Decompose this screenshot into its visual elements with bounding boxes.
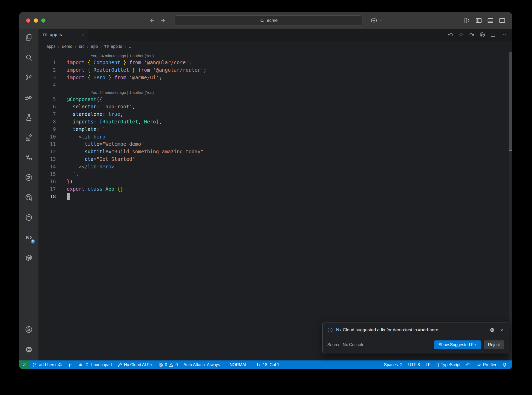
- toggle-primary-sidebar-button[interactable]: [475, 17, 482, 24]
- activity-bar-item-edge-tools[interactable]: [19, 212, 38, 223]
- gitlens-current-commit-button[interactable]: [458, 32, 464, 38]
- toggle-secondary-sidebar-button[interactable]: [499, 17, 506, 24]
- command-center-search[interactable]: acme: [175, 15, 363, 26]
- notification-close-icon[interactable]: [500, 328, 504, 332]
- container-icon: [25, 254, 33, 261]
- gitlens-inspect-icon: [25, 194, 33, 201]
- code-lens[interactable]: You, 24 minutes ago | 1 author (You): [38, 52, 512, 59]
- activity-bar-item-search[interactable]: [19, 51, 38, 63]
- commit-graph-icon: [68, 363, 72, 367]
- layout-controls: [464, 12, 512, 29]
- activity-bar-item-explorer[interactable]: [19, 31, 38, 43]
- overview-ruler-cursor-marker: [509, 150, 512, 151]
- split-editor-button[interactable]: [490, 32, 496, 38]
- status-item-encoding[interactable]: UTF-8: [405, 360, 423, 369]
- status-item-copilot[interactable]: [463, 360, 474, 369]
- breadcrumb: apps›demo›src›app›TSapp.ts›…: [38, 41, 512, 52]
- nx-badge: 3: [30, 239, 35, 244]
- minimize-window-button[interactable]: [34, 18, 38, 23]
- show-suggested-fix-button[interactable]: Show Suggested Fix: [434, 340, 481, 349]
- status-item-git-branch[interactable]: add-hero: [30, 360, 65, 369]
- activity-bar-item-gitlens-inspect[interactable]: [19, 192, 38, 203]
- activity-bar-item-gitlens[interactable]: [19, 172, 38, 183]
- line-number: 8: [38, 119, 62, 124]
- customize-layout-button[interactable]: [464, 17, 470, 24]
- search-value: acme: [267, 18, 278, 23]
- code-line-12: 12 subtitle="Build something amazing tod…: [38, 148, 512, 155]
- copilot-menu[interactable]: [371, 17, 383, 24]
- breadcrumb-item-app[interactable]: app: [91, 44, 98, 49]
- chevron-down-icon: [378, 18, 383, 23]
- line-number: 18: [38, 194, 62, 199]
- gitlens-back-button[interactable]: [448, 32, 453, 38]
- gitlens-graph-button[interactable]: [480, 32, 485, 38]
- breadcrumb-item-app-ts[interactable]: TSapp.ts: [104, 44, 122, 49]
- activity-bar-item-containers[interactable]: [19, 252, 38, 264]
- code-line-7: 7 standalone: true,: [38, 110, 512, 118]
- code-line-1: 1import { Component } from '@angular/cor…: [38, 59, 512, 66]
- status-item-formatter[interactable]: Prettier: [474, 360, 499, 369]
- current-line-border: [38, 200, 509, 200]
- status-item-commit-graph[interactable]: [65, 360, 75, 369]
- more-actions-button[interactable]: [501, 32, 507, 38]
- text-cursor: [67, 193, 70, 200]
- breadcrumb-separator: ›: [101, 44, 102, 49]
- status-item-indentation[interactable]: Spaces: 2: [381, 360, 405, 369]
- status-item-cursor-position[interactable]: Ln 18, Col 1: [254, 360, 282, 369]
- cloud-upload-icon: [57, 363, 62, 367]
- status-item-auto-attach[interactable]: Auto Attach: Always: [181, 360, 223, 369]
- status-item-problems[interactable]: 00: [156, 360, 181, 369]
- svg-text:N: N: [26, 235, 29, 240]
- code-line-15: 15 `,: [38, 170, 512, 178]
- breadcrumb-separator: ›: [75, 44, 76, 49]
- window-controls: [19, 18, 45, 23]
- activity-bar-item-accounts[interactable]: [19, 324, 38, 335]
- breadcrumb-item--[interactable]: …: [129, 44, 133, 49]
- activity-bar-item-nx-console[interactable]: N3: [19, 232, 38, 243]
- status-item-notifications[interactable]: [499, 360, 510, 369]
- code-line-4: 4: [38, 81, 512, 89]
- status-item-nx-cloud-ai-fix[interactable]: Nx Cloud AI Fix: [115, 360, 155, 369]
- breadcrumb-item-demo[interactable]: demo: [62, 44, 72, 49]
- breadcrumb-item-src[interactable]: src: [79, 44, 84, 49]
- remote-indicator[interactable]: [19, 360, 30, 369]
- line-number: 1: [38, 60, 62, 65]
- code-editor[interactable]: You, 24 minutes ago | 1 author (You)1imp…: [38, 52, 512, 360]
- breadcrumb-separator: ›: [87, 44, 88, 49]
- activity-bar-item-run-debug[interactable]: [19, 91, 38, 103]
- tab-app-ts[interactable]: TS app.ts: [38, 29, 88, 41]
- activity-bar-item-testing[interactable]: [19, 111, 38, 123]
- navigate-back-button[interactable]: [149, 17, 155, 24]
- line-number: 17: [38, 186, 62, 192]
- line-number: 2: [38, 67, 62, 73]
- scrollbar-thumb[interactable]: [509, 52, 512, 150]
- activity-bar-item-references[interactable]: [19, 152, 38, 163]
- line-number: 14: [38, 164, 62, 169]
- notification-settings-gear-icon[interactable]: [490, 327, 495, 333]
- zoom-window-button[interactable]: [41, 18, 45, 23]
- activity-bar-item-extensions[interactable]: [19, 131, 38, 143]
- status-item-launchpad[interactable]: Launchpad: [75, 360, 115, 369]
- line-number: 10: [38, 134, 62, 140]
- close-tab-icon[interactable]: [82, 33, 85, 37]
- breadcrumb-item-apps[interactable]: apps: [46, 44, 56, 49]
- status-item-vim-mode[interactable]: -- NORMAL --: [223, 360, 254, 369]
- status-item-eol[interactable]: LF: [423, 360, 433, 369]
- gitlens-forward-button[interactable]: [469, 32, 475, 38]
- navigate-forward-button[interactable]: [160, 17, 167, 24]
- reject-button[interactable]: Reject: [484, 340, 504, 349]
- line-number: 12: [38, 149, 62, 154]
- search-icon: [260, 18, 264, 23]
- remote-icon: [22, 363, 27, 367]
- close-window-button[interactable]: [26, 18, 30, 23]
- editor-actions: [448, 29, 512, 41]
- tab-label: app.ts: [50, 32, 62, 37]
- code-lens[interactable]: You, 24 minutes ago | 1 author (You): [38, 89, 512, 95]
- activity-bar-item-source-control[interactable]: [19, 71, 38, 83]
- notification-message: Nx Cloud suggested a fix for demo:test i…: [336, 327, 487, 333]
- plug-icon: [85, 363, 89, 367]
- extensions-icon: [25, 134, 33, 141]
- activity-bar-item-settings[interactable]: [19, 344, 38, 356]
- status-item-language[interactable]: {}TypeScript: [433, 360, 463, 369]
- toggle-panel-button[interactable]: [487, 17, 494, 24]
